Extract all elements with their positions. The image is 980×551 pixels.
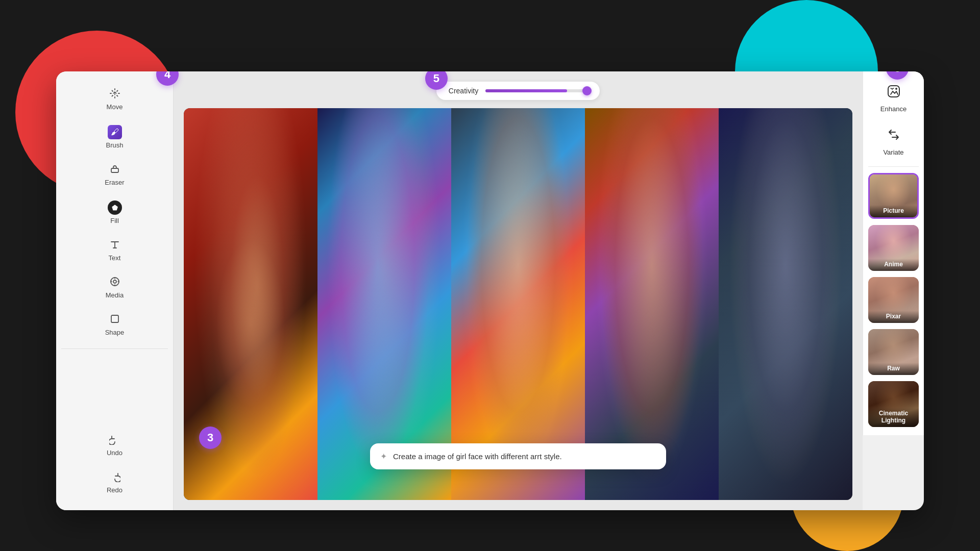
eraser-tool[interactable]: Eraser: [61, 157, 168, 192]
style-cinematic-label: Cinematic Lighting: [868, 408, 919, 427]
canvas-wrapper: 3: [184, 108, 852, 500]
prompt-bar: ✦ Create a image of girl face with diffe…: [370, 443, 666, 469]
eraser-label: Eraser: [105, 179, 124, 186]
creativity-label: Creativity: [449, 87, 478, 95]
move-tool[interactable]: Move: [61, 82, 168, 117]
creativity-bar: Creativity: [436, 82, 600, 100]
enhance-icon: [886, 84, 901, 102]
media-tool[interactable]: Media: [61, 270, 168, 305]
style-picture[interactable]: Picture: [868, 173, 919, 219]
fill-tool-wrap: ⬟ Fill: [56, 194, 173, 231]
toolbar-bottom: Undo Redo: [56, 428, 173, 500]
move-label: Move: [107, 103, 123, 111]
right-panel: Enhance Variate: [863, 71, 924, 435]
shape-tool-wrap: Shape: [56, 307, 173, 342]
move-icon: [109, 88, 120, 101]
toolbar: 4 Move 🖌 Brush: [56, 71, 174, 510]
media-icon: [109, 276, 120, 289]
style-pixar[interactable]: Pixar: [868, 277, 919, 323]
brush-label: Brush: [106, 141, 124, 149]
canvas-area: 5 Creativity 3: [174, 71, 863, 510]
redo-label: Redo: [107, 486, 122, 494]
brush-icon: 🖌: [108, 125, 122, 139]
image-strip-4: [585, 108, 719, 500]
redo-button[interactable]: Redo: [61, 465, 168, 500]
undo-button[interactable]: Undo: [61, 428, 168, 463]
image-strip-2: [317, 108, 451, 500]
panel-divider: [868, 166, 919, 167]
text-tool[interactable]: Text: [61, 233, 168, 268]
style-raw-label: Raw: [868, 363, 919, 375]
media-tool-wrap: Media: [56, 270, 173, 305]
toolbar-divider: [61, 348, 168, 349]
undo-label: Undo: [107, 449, 122, 457]
variate-action[interactable]: Variate: [868, 123, 919, 160]
svg-rect-0: [111, 168, 118, 172]
fill-tool[interactable]: ⬟ Fill: [61, 194, 168, 231]
slider-fill: [485, 89, 567, 92]
text-label: Text: [109, 254, 121, 262]
text-icon: [109, 239, 120, 252]
shape-label: Shape: [105, 329, 125, 336]
style-cinematic[interactable]: Cinematic Lighting: [868, 381, 919, 427]
app-container: 4 Move 🖌 Brush: [56, 71, 924, 510]
eraser-icon: [109, 163, 120, 177]
image-grid: [184, 108, 852, 500]
enhance-label: Enhance: [880, 105, 906, 113]
slider-thumb: [582, 86, 592, 95]
style-raw[interactable]: Raw: [868, 329, 919, 375]
variate-label: Variate: [883, 148, 903, 156]
brush-tool-wrap: 🖌 Brush: [56, 119, 173, 155]
eraser-tool-wrap: Eraser: [56, 157, 173, 192]
style-anime[interactable]: Anime: [868, 225, 919, 271]
right-panel-wrapper: 6 Enhance: [863, 71, 924, 510]
redo-icon: [109, 471, 120, 484]
text-tool-wrap: Text: [56, 233, 173, 268]
svg-rect-4: [888, 86, 899, 97]
fill-icon: ⬟: [108, 201, 122, 215]
creativity-slider[interactable]: [485, 89, 587, 92]
image-strip-3: [451, 108, 585, 500]
svg-rect-3: [111, 315, 118, 322]
media-label: Media: [106, 291, 124, 299]
prompt-text: Create a image of girl face with differe…: [393, 452, 656, 461]
image-strip-5: [719, 108, 852, 500]
svg-point-5: [895, 88, 897, 90]
svg-point-2: [113, 280, 116, 283]
shape-tool[interactable]: Shape: [61, 307, 168, 342]
style-pixar-label: Pixar: [868, 311, 919, 323]
prompt-icon: ✦: [380, 452, 387, 461]
move-tool-wrap: Move: [56, 82, 173, 117]
fill-label: Fill: [110, 217, 119, 224]
undo-icon: [109, 434, 120, 447]
shape-icon: [109, 313, 120, 327]
creativity-wrapper: 5 Creativity: [436, 82, 600, 108]
style-anime-label: Anime: [868, 259, 919, 271]
brush-tool[interactable]: 🖌 Brush: [61, 119, 168, 155]
variate-icon: [886, 127, 901, 145]
enhance-action[interactable]: Enhance: [868, 80, 919, 117]
style-picture-label: Picture: [870, 205, 917, 217]
badge-3: 3: [199, 427, 222, 449]
